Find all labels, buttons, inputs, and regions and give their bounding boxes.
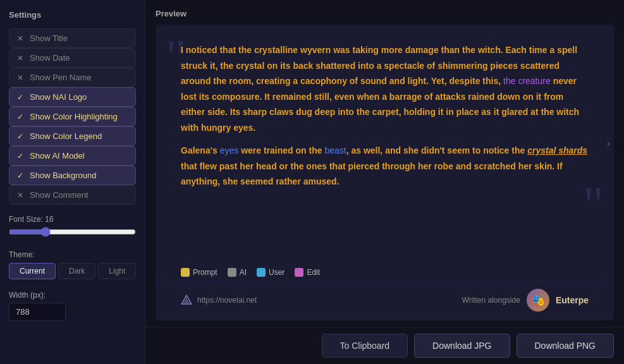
legend-user-dot (257, 268, 266, 277)
p2-beast: beast (324, 145, 346, 155)
show-title-icon: ✕ (17, 34, 26, 43)
legend-ai: AI (228, 268, 247, 277)
show-nai-logo-icon: ✓ (17, 93, 26, 102)
show-color-highlighting-icon: ✓ (17, 112, 26, 121)
written-alongside-row: Written alongside 🎭 Euterpe (462, 289, 589, 312)
clipboard-button[interactable]: To Clipboard (322, 334, 408, 358)
theme-current-button[interactable]: Current (9, 263, 56, 279)
show-background-label: Show Background (30, 171, 97, 180)
model-avatar: 🎭 (527, 289, 549, 312)
legend-prompt-label: Prompt (193, 268, 217, 277)
show-nai-logo-button[interactable]: ✓Show NAI Logo (9, 87, 136, 107)
font-size-label: Font Size: 16 (9, 215, 136, 224)
show-comment-label: Show Comment (30, 190, 88, 200)
legend-user: User (257, 268, 284, 277)
show-comment-icon: ✕ (17, 191, 26, 200)
download-jpg-button[interactable]: Download JPG (414, 334, 510, 358)
download-png-button[interactable]: Download PNG (517, 334, 615, 358)
width-section: Width (px): (9, 291, 136, 321)
font-size-slider[interactable] (9, 227, 136, 237)
paragraph-1: I noticed that the crystalline wyvern wa… (181, 42, 589, 135)
legend-ai-label: AI (240, 268, 247, 277)
sidebar-title: Settings (9, 10, 136, 20)
model-name: Euterpe (556, 295, 589, 305)
paragraph-2: Galena's eyes were trained on the beast,… (181, 143, 589, 190)
show-pen-name-button[interactable]: ✕Show Pen Name (9, 68, 136, 87)
nai-logo-icon (181, 294, 192, 306)
legend-edit-label: Edit (307, 268, 320, 277)
show-title-label: Show Title (30, 33, 68, 43)
story-text: I noticed that the crystalline wyvern wa… (181, 42, 589, 190)
show-pen-name-label: Show Pen Name (30, 73, 92, 82)
show-color-highlighting-button[interactable]: ✓Show Color Highlighting (9, 107, 136, 126)
legend-edit-dot (295, 268, 303, 277)
show-color-highlighting-label: Show Color Highlighting (30, 112, 118, 121)
p2-eyes: eyes (220, 145, 239, 155)
show-background-icon: ✓ (17, 171, 26, 180)
toggles-container: ✕Show Title✕Show Date✕Show Pen Name✓Show… (9, 28, 136, 205)
show-title-button[interactable]: ✕Show Title (9, 28, 136, 48)
theme-buttons: Current Dark Light (9, 263, 136, 279)
show-color-legend-label: Show Color Legend (30, 131, 102, 141)
show-nai-logo-label: Show NAI Logo (30, 92, 87, 102)
show-date-button[interactable]: ✕Show Date (9, 48, 136, 68)
p2-mid2: , as well, and she didn't seem to notice… (346, 145, 528, 155)
show-date-icon: ✕ (17, 54, 26, 63)
theme-label: Theme: (9, 250, 136, 259)
p2-crystal-shards: crystal shards (527, 145, 587, 155)
theme-light-button[interactable]: Light (98, 263, 136, 279)
nai-logo-row: https://novelai.net (181, 294, 257, 306)
theme-section: Theme: Current Dark Light (9, 250, 136, 279)
p1-highlight-creature: the creature (503, 76, 551, 86)
action-bar: To Clipboard Download JPG Download PNG (145, 327, 624, 364)
sidebar: Settings ✕Show Title✕Show Date✕Show Pen … (0, 0, 145, 364)
show-background-button[interactable]: ✓Show Background (9, 166, 136, 185)
legend-edit: Edit (295, 268, 320, 277)
show-ai-model-icon: ✓ (17, 152, 26, 161)
show-pen-name-icon: ✕ (17, 73, 26, 82)
legend-user-label: User (269, 268, 284, 277)
nai-url: https://novelai.net (197, 296, 257, 305)
show-comment-button[interactable]: ✕Show Comment (9, 185, 136, 205)
preview-title: Preview (156, 9, 614, 18)
theme-dark-button[interactable]: Dark (58, 263, 95, 279)
card-footer: https://novelai.net Written alongside 🎭 … (156, 282, 614, 320)
p2-start: Galena's (181, 145, 220, 155)
font-size-section: Font Size: 16 (9, 215, 136, 239)
legend-prompt: Prompt (181, 268, 217, 277)
p2-end: that flew past her head or the ones that… (181, 161, 563, 187)
preview-card: " " › I noticed that the crystalline wyv… (156, 25, 614, 320)
p2-mid1: were trained on the (238, 145, 324, 155)
legend-row: Prompt AI User Edit (156, 262, 614, 277)
show-color-legend-icon: ✓ (17, 132, 26, 141)
nav-arrow-right[interactable]: › (607, 138, 610, 149)
width-input[interactable] (9, 303, 66, 321)
width-label: Width (px): (9, 291, 136, 300)
legend-prompt-dot (181, 268, 190, 277)
show-ai-model-label: Show AI Model (30, 151, 85, 161)
show-date-label: Show Date (30, 53, 70, 63)
card-inner: " " › I noticed that the crystalline wyv… (156, 25, 614, 262)
preview-panel: Preview " " › I noticed that the crystal… (145, 0, 624, 327)
show-color-legend-button[interactable]: ✓Show Color Legend (9, 126, 136, 146)
show-ai-model-button[interactable]: ✓Show AI Model (9, 146, 136, 166)
legend-ai-dot (228, 268, 236, 277)
written-alongside-label: Written alongside (462, 296, 520, 305)
